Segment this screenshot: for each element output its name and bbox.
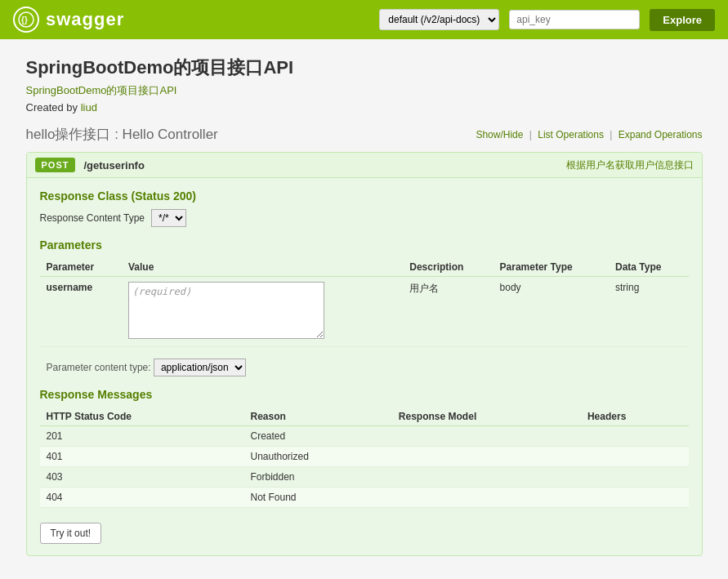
resp-headers bbox=[581, 447, 689, 467]
explore-button[interactable]: Explore bbox=[650, 9, 715, 31]
resp-col-code: HTTP Status Code bbox=[40, 408, 244, 426]
param-content-type-select[interactable]: application/json bbox=[154, 359, 246, 376]
resp-model bbox=[392, 426, 581, 447]
resp-model bbox=[392, 467, 581, 488]
resp-reason: Not Found bbox=[244, 488, 392, 508]
api-key-input[interactable] bbox=[509, 10, 640, 29]
param-data-type: string bbox=[609, 277, 689, 347]
param-value[interactable]: (required) bbox=[122, 277, 403, 347]
table-row: username (required) 用户名 body string bbox=[40, 277, 689, 347]
page-subtitle: SpringBootDemo的项目接口API bbox=[26, 83, 703, 98]
try-it-out-button[interactable]: Try it out! bbox=[40, 523, 102, 544]
resp-code: 401 bbox=[40, 447, 244, 467]
param-content-type-label: Parameter content type: bbox=[47, 362, 151, 373]
param-col-value: Value bbox=[122, 258, 403, 277]
resp-reason: Unauthorized bbox=[244, 447, 392, 467]
resp-col-reason: Reason bbox=[244, 408, 392, 426]
param-content-type-row: Parameter content type: application/json bbox=[40, 359, 689, 376]
resp-model bbox=[392, 488, 581, 508]
page-created-by: Created by liud bbox=[26, 101, 703, 114]
resp-model bbox=[392, 447, 581, 467]
response-table: HTTP Status Code Reason Response Model H… bbox=[40, 408, 689, 508]
operation-row[interactable]: POST /getuserinfo 根据用户名获取用户信息接口 bbox=[27, 153, 702, 178]
created-by-prefix: Created by bbox=[26, 101, 81, 114]
param-col-type: Parameter Type bbox=[494, 258, 609, 277]
param-type: body bbox=[494, 277, 609, 347]
parameters-title: Parameters bbox=[40, 238, 689, 252]
author-link[interactable]: liud bbox=[81, 101, 97, 114]
resp-reason: Forbidden bbox=[244, 467, 392, 488]
resp-code: 404 bbox=[40, 488, 244, 508]
response-content-type-select[interactable]: */* bbox=[151, 209, 186, 227]
show-hide-link[interactable]: Show/Hide bbox=[476, 129, 523, 140]
page-title: SpringBootDemo的项目接口API bbox=[26, 56, 703, 80]
logo: {} swagger bbox=[13, 7, 124, 33]
table-row: 404 Not Found bbox=[40, 488, 689, 508]
param-description: 用户名 bbox=[403, 277, 493, 347]
operation-body: Response Class (Status 200) Response Con… bbox=[27, 178, 702, 555]
swagger-title: swagger bbox=[46, 9, 124, 30]
resp-col-headers: Headers bbox=[581, 408, 689, 426]
resp-headers bbox=[581, 488, 689, 508]
resp-headers bbox=[581, 426, 689, 447]
operation-path: /getuserinfo bbox=[83, 159, 565, 171]
main-content: SpringBootDemo的项目接口API SpringBootDemo的项目… bbox=[13, 39, 716, 572]
table-row: 201 Created bbox=[40, 426, 689, 447]
resp-code: 403 bbox=[40, 467, 244, 488]
api-docs-select[interactable]: default (/v2/api-docs) bbox=[379, 9, 499, 30]
param-name: username bbox=[40, 277, 122, 347]
swagger-icon: {} bbox=[13, 7, 39, 33]
resp-reason: Created bbox=[244, 426, 392, 447]
response-content-type-label: Response Content Type bbox=[40, 212, 145, 224]
response-content-type-row: Response Content Type */* bbox=[40, 209, 689, 227]
table-row: 403 Forbidden bbox=[40, 467, 689, 488]
expand-operations-link[interactable]: Expand Operations bbox=[619, 129, 703, 140]
param-col-parameter: Parameter bbox=[40, 258, 122, 277]
param-value-textarea[interactable]: (required) bbox=[128, 282, 324, 339]
param-col-datatype: Data Type bbox=[609, 258, 689, 277]
resp-code: 201 bbox=[40, 426, 244, 447]
operation-block: POST /getuserinfo 根据用户名获取用户信息接口 Response… bbox=[26, 152, 703, 556]
resp-col-model: Response Model bbox=[392, 408, 581, 426]
controller-title: hello操作接口 : Hello Controller bbox=[26, 125, 218, 144]
response-class-title: Response Class (Status 200) bbox=[40, 189, 689, 203]
table-row: 401 Unauthorized bbox=[40, 447, 689, 467]
svg-text:{}: {} bbox=[21, 16, 28, 24]
controller-header: hello操作接口 : Hello Controller Show/Hide |… bbox=[26, 125, 703, 144]
method-badge: POST bbox=[35, 158, 76, 172]
param-col-description: Description bbox=[403, 258, 493, 277]
resp-headers bbox=[581, 467, 689, 488]
operation-description: 根据用户名获取用户信息接口 bbox=[566, 158, 694, 172]
controller-links: Show/Hide | List Operations | Expand Ope… bbox=[476, 129, 702, 140]
parameters-table: Parameter Value Description Parameter Ty… bbox=[40, 258, 689, 347]
controller-subtitle: : Hello Controller bbox=[114, 127, 218, 142]
list-operations-link[interactable]: List Operations bbox=[538, 129, 604, 140]
header: {} swagger default (/v2/api-docs) Explor… bbox=[0, 0, 728, 39]
controller-name: hello操作接口 bbox=[26, 127, 111, 142]
response-messages-title: Response Messages bbox=[40, 388, 689, 401]
footer: [ BASE URL: /, API VERSION: 1.0.0 ] http… bbox=[13, 572, 716, 579]
